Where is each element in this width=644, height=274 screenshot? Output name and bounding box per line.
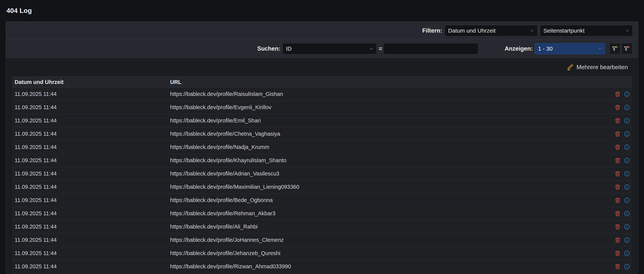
info-icon[interactable] <box>624 170 630 177</box>
info-icon[interactable] <box>624 237 630 243</box>
funnel-x-icon <box>624 45 630 52</box>
info-icon[interactable] <box>624 157 630 164</box>
table-row: 11.09.2025 11:44 https://bableck.dev/pro… <box>12 101 632 114</box>
delete-icon[interactable] <box>614 131 621 137</box>
filter-select-datetime[interactable]: Datum und Uhrzeit <box>445 25 538 36</box>
table-row: 11.09.2025 11:44 https://bableck.dev/pro… <box>12 194 632 207</box>
filter-select-page-start[interactable]: Seitenstartpunkt <box>540 25 633 36</box>
cell-url: https://bableck.dev/profile/JoHannes_Cle… <box>170 237 614 243</box>
table-row: 11.09.2025 11:44 https://bableck.dev/pro… <box>12 220 632 234</box>
column-header-url: URL <box>170 79 630 85</box>
cell-url: https://bableck.dev/profile/Bede_Ogbonna <box>170 197 614 203</box>
table-row: 11.09.2025 11:44 https://bableck.dev/pro… <box>12 114 632 127</box>
table-row: 11.09.2025 11:44 https://bableck.dev/pro… <box>12 154 632 167</box>
cell-actions <box>614 263 632 270</box>
show-range-select[interactable]: 1 - 30 <box>535 43 605 54</box>
table-row: 11.09.2025 11:44 https://bableck.dev/pro… <box>12 127 632 140</box>
chevron-down-icon <box>597 46 602 52</box>
cell-actions <box>614 144 632 150</box>
info-icon[interactable] <box>624 224 630 230</box>
cell-datetime: 11.09.2025 11:44 <box>12 197 170 203</box>
info-icon[interactable] <box>624 210 630 217</box>
delete-icon[interactable] <box>614 184 621 190</box>
info-icon[interactable] <box>624 118 630 124</box>
cell-url: https://bableck.dev/profile/Nadja_Krumm <box>170 144 614 150</box>
filter-bar: Filtern: Datum und Uhrzeit Seitenstartpu… <box>6 22 638 40</box>
cell-datetime: 11.09.2025 11:44 <box>12 104 170 111</box>
search-input[interactable] <box>383 43 478 54</box>
table-row: 11.09.2025 11:44 https://bableck.dev/pro… <box>12 167 632 180</box>
cell-datetime: 11.09.2025 11:44 <box>12 263 170 270</box>
page-title: 404 Log <box>6 7 32 14</box>
cell-url: https://bableck.dev/profile/Rizwan_Ahmad… <box>170 263 614 270</box>
cell-url: https://bableck.dev/profile/Maximilian_L… <box>170 184 614 190</box>
log-section: Mehrere bearbeiten Datum und Uhrzeit URL… <box>6 58 638 273</box>
delete-icon[interactable] <box>614 104 621 111</box>
pencil-icon <box>567 64 574 71</box>
delete-icon[interactable] <box>614 91 621 97</box>
cell-url: https://bableck.dev/profile/Ali_Rahbi <box>170 224 614 230</box>
delete-icon[interactable] <box>614 263 621 270</box>
edit-multiple-label: Mehrere bearbeiten <box>576 64 628 71</box>
info-icon[interactable] <box>624 197 630 204</box>
cell-datetime: 11.09.2025 11:44 <box>12 118 170 124</box>
edit-multiple-link[interactable]: Mehrere bearbeiten <box>567 64 628 71</box>
cell-url: https://bableck.dev/profile/Evgenii_Kiri… <box>170 104 614 111</box>
filter-select-page-start-value: Seitenstartpunkt <box>544 27 584 34</box>
cell-datetime: 11.09.2025 11:44 <box>12 224 170 230</box>
search-label: Suchen: <box>257 40 280 58</box>
info-icon[interactable] <box>624 250 630 257</box>
cell-actions <box>614 91 632 97</box>
add-filter-button[interactable] <box>610 43 620 54</box>
delete-icon[interactable] <box>614 210 621 217</box>
table-row: 11.09.2025 11:44 https://bableck.dev/pro… <box>12 180 632 194</box>
cell-datetime: 11.09.2025 11:44 <box>12 237 170 243</box>
chevron-down-icon <box>368 46 374 52</box>
delete-icon[interactable] <box>614 224 621 230</box>
info-icon[interactable] <box>624 91 630 97</box>
info-icon[interactable] <box>624 184 630 190</box>
chevron-down-icon <box>529 28 535 33</box>
info-icon[interactable] <box>624 131 630 137</box>
delete-icon[interactable] <box>614 170 621 177</box>
cell-url: https://bableck.dev/profile/RaisulIslam_… <box>170 91 614 97</box>
search-operator: = <box>377 40 384 58</box>
cell-actions <box>614 237 632 243</box>
info-icon[interactable] <box>624 144 630 150</box>
table-row: 11.09.2025 11:44 https://bableck.dev/pro… <box>12 247 632 260</box>
info-icon[interactable] <box>624 104 630 111</box>
cell-url: https://bableck.dev/profile/KhayrulIslam… <box>170 157 614 163</box>
cell-actions <box>614 197 632 204</box>
delete-icon[interactable] <box>614 144 621 150</box>
cell-actions <box>614 184 632 190</box>
search-field-select[interactable]: ID <box>282 43 377 54</box>
filter-label: Filtern: <box>422 27 442 34</box>
cell-url: https://bableck.dev/profile/Chetna_Vagha… <box>170 131 614 137</box>
cell-actions <box>614 104 632 111</box>
column-header-datetime: Datum und Uhrzeit <box>12 79 170 85</box>
table-row: 11.09.2025 11:44 https://bableck.dev/pro… <box>12 207 632 220</box>
cell-datetime: 11.09.2025 11:44 <box>12 157 170 163</box>
delete-icon[interactable] <box>614 157 621 164</box>
cell-datetime: 11.09.2025 11:44 <box>12 170 170 177</box>
cell-url: https://bableck.dev/profile/Emil_Shari <box>170 118 614 124</box>
show-range-select-value: 1 - 30 <box>538 45 553 52</box>
cell-datetime: 11.09.2025 11:44 <box>12 210 170 217</box>
cell-actions <box>614 250 632 257</box>
delete-icon[interactable] <box>614 250 621 257</box>
cell-url: https://bableck.dev/profile/Adrian_Vasil… <box>170 170 614 177</box>
cell-actions <box>614 224 632 230</box>
log-panel: Filtern: Datum und Uhrzeit Seitenstartpu… <box>6 21 638 274</box>
filter-select-datetime-value: Datum und Uhrzeit <box>448 27 496 34</box>
cell-actions <box>614 210 632 217</box>
cell-datetime: 11.09.2025 11:44 <box>12 91 170 97</box>
search-bar: Suchen: ID = Anzeigen: 1 - 30 <box>6 40 638 58</box>
delete-icon[interactable] <box>614 118 621 124</box>
cell-datetime: 11.09.2025 11:44 <box>12 184 170 190</box>
info-icon[interactable] <box>624 263 630 270</box>
remove-filter-button[interactable] <box>622 43 632 54</box>
delete-icon[interactable] <box>614 237 621 243</box>
show-label: Anzeigen: <box>505 40 533 58</box>
toolbar: Mehrere bearbeiten <box>6 58 638 77</box>
delete-icon[interactable] <box>614 197 621 204</box>
